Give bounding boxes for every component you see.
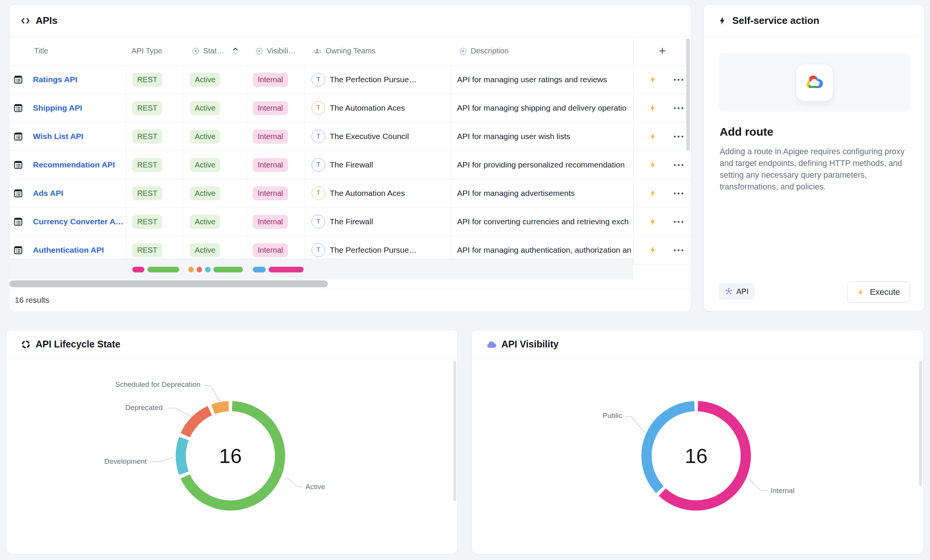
execute-lightning-icon — [857, 288, 865, 296]
team-name: The Automation Aces — [330, 103, 405, 113]
donut-segment-development[interactable] — [181, 438, 184, 473]
property-icon — [191, 47, 200, 55]
table-footer: 16 results — [9, 288, 691, 311]
visibility-chart-title: API Visibility — [501, 339, 559, 350]
distribution-pill — [188, 267, 194, 272]
row-menu-button[interactable] — [674, 136, 683, 138]
api-type-badge: REST — [132, 73, 162, 87]
api-title-link[interactable]: Wish List API — [33, 132, 83, 141]
lifecycle-card-header: API Lifecycle State — [6, 330, 457, 359]
api-title-link[interactable]: Ratings API — [33, 75, 77, 84]
distribution-pill — [147, 267, 179, 272]
chart-label-active: Active — [305, 483, 325, 491]
entity-icon — [13, 75, 23, 84]
action-title: Add route — [720, 125, 773, 138]
api-title-link[interactable]: Authentication API — [33, 246, 104, 255]
vertical-scrollbar[interactable] — [686, 38, 690, 150]
visibility-badge: Internal — [253, 73, 288, 87]
entity-icon — [13, 245, 23, 255]
row-menu-button[interactable] — [674, 192, 683, 194]
self-service-action-card: Self-service action Add r — [703, 5, 925, 311]
column-header-owning-teams[interactable]: Owning Teams — [305, 37, 451, 65]
api-title-link[interactable]: Currency Converter A… — [33, 217, 123, 226]
api-title-link[interactable]: Recommendation API — [33, 160, 115, 169]
team-name: The Executive Council — [330, 132, 409, 141]
api-description: API for managing user wish lists — [457, 132, 570, 141]
run-action-lightning-icon[interactable] — [649, 189, 657, 197]
property-icon — [459, 47, 467, 55]
run-action-lightning-icon[interactable] — [649, 161, 657, 169]
table-body: Ratings APIRESTActiveInternalTThe Perfec… — [9, 66, 691, 288]
entity-icon — [13, 131, 23, 141]
chart-label-scheduled-for-deprecation: Scheduled for Deprecation — [115, 380, 200, 389]
add-column-button[interactable]: + — [633, 37, 691, 65]
action-description: Adding a route in Apigee requires config… — [720, 146, 909, 193]
api-type-badge: REST — [132, 101, 162, 115]
status-badge: Active — [190, 101, 220, 115]
card-scrollbar[interactable] — [919, 361, 922, 486]
run-action-lightning-icon[interactable] — [649, 104, 657, 112]
chart-label-internal: Internal — [770, 486, 794, 495]
status-badge: Active — [190, 215, 220, 229]
execute-button[interactable]: Execute — [847, 282, 910, 303]
run-action-lightning-icon[interactable] — [649, 75, 657, 84]
status-badge: Active — [190, 243, 220, 257]
visibility-total: 16 — [666, 444, 726, 467]
entity-icon — [13, 160, 23, 170]
team-avatar: T — [312, 158, 325, 172]
api-title-link[interactable]: Shipping API — [33, 103, 82, 113]
row-menu-button[interactable] — [674, 164, 683, 166]
distribution-pill — [132, 267, 144, 272]
card-scrollbar[interactable] — [453, 361, 456, 501]
visibility-card-header: API Visibility — [472, 330, 923, 359]
distribution-pill — [213, 267, 243, 272]
distribution-pill — [197, 267, 202, 272]
api-description: API for managing advertisements — [457, 189, 575, 198]
apis-card-title: APIs — [36, 15, 58, 27]
google-cloud-logo-tile — [796, 64, 833, 101]
column-header-title[interactable]: Title — [9, 37, 126, 65]
cloud-icon — [486, 340, 496, 349]
team-avatar: T — [312, 243, 325, 257]
table-row: Ratings APIRESTActiveInternalTThe Perfec… — [9, 66, 691, 94]
api-type-badge: REST — [132, 158, 162, 172]
team-avatar: T — [312, 130, 325, 143]
google-cloud-icon — [804, 75, 825, 91]
team-name: The Firewall — [330, 160, 373, 169]
donut-segment-deprecated[interactable] — [185, 411, 210, 435]
status-badge: Active — [190, 158, 220, 172]
visibility-chart-card: API Visibility 16 Public Internal — [471, 330, 924, 554]
api-title-link[interactable]: Ads API — [33, 189, 63, 198]
column-header-api-type[interactable]: API Type — [126, 37, 183, 65]
donut-segment-scheduled-for-deprecation[interactable] — [213, 406, 229, 409]
team-name: The Firewall — [330, 217, 373, 226]
column-header-visibility[interactable]: Visibili… — [247, 37, 305, 65]
donut-chart-icon — [21, 339, 31, 349]
entity-icon — [13, 103, 23, 113]
visibility-badge: Internal — [253, 215, 288, 229]
column-summary-band — [9, 259, 633, 280]
action-card-title: Self-service action — [732, 15, 819, 27]
chart-label-deprecated: Deprecated — [125, 404, 163, 412]
api-description: API for managing authentication, authori… — [457, 246, 631, 255]
row-menu-button[interactable] — [674, 249, 683, 251]
run-action-lightning-icon[interactable] — [649, 246, 657, 254]
entity-icon — [13, 217, 23, 227]
horizontal-scrollbar[interactable] — [9, 280, 328, 287]
team-name: The Automation Aces — [330, 189, 405, 198]
row-menu-button[interactable] — [674, 79, 683, 81]
sort-arrows-icon[interactable] — [232, 47, 238, 55]
run-action-lightning-icon[interactable] — [649, 132, 657, 141]
table-row: Recommendation APIRESTActiveInternalTThe… — [9, 151, 691, 179]
column-header-description[interactable]: Description — [451, 37, 633, 65]
distribution-pill — [253, 267, 266, 272]
row-menu-button[interactable] — [674, 107, 683, 109]
visibility-badge: Internal — [253, 186, 288, 200]
status-badge: Active — [190, 130, 220, 144]
row-menu-button[interactable] — [674, 221, 683, 223]
distribution-pill — [269, 267, 304, 272]
column-header-status[interactable]: Stat… — [183, 37, 247, 65]
run-action-lightning-icon[interactable] — [649, 217, 657, 226]
lifecycle-chart-title: API Lifecycle State — [36, 339, 121, 350]
team-avatar: T — [312, 73, 325, 86]
